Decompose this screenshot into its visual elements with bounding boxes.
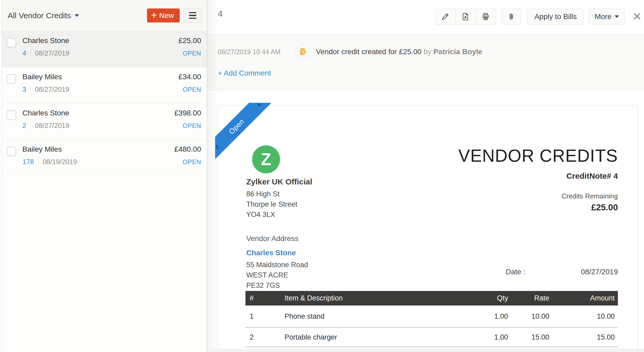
document-title: VENDOR CREDITS: [458, 146, 618, 166]
hamburger-icon: [189, 12, 196, 13]
horizontal-scrollbar-track[interactable]: [207, 349, 644, 352]
vendor-credits-sidebar: All Vendor Credits + New Charles Stone £…: [2, 0, 207, 352]
table-row: 2 Portable charger 1.00 15.00 15.00: [245, 328, 618, 347]
edit-icon: [441, 12, 450, 21]
table-header-row: # Item & Description Qty Rate Amount: [245, 291, 618, 305]
filter-dropdown[interactable]: All Vendor Credits: [8, 11, 79, 20]
pdf-icon: [461, 12, 470, 21]
row-checkbox[interactable]: [7, 38, 16, 48]
vendor-name-link[interactable]: Charles Stone: [246, 249, 308, 257]
credit-date: 08/19/2019: [42, 158, 77, 166]
credit-amount: £25.00: [178, 36, 201, 45]
credit-amount: £34.00: [178, 73, 201, 81]
page-title: 4: [218, 8, 223, 19]
company-address-block: Zylker UK Official 86 High St Thorpe le …: [246, 177, 312, 220]
document-date: 08/27/2019: [581, 268, 618, 276]
vendor-credit-event-icon: [295, 44, 311, 59]
credit-amount: £398.00: [174, 109, 201, 117]
credit-number-link[interactable]: 4: [22, 49, 26, 57]
attachment-icon: [507, 12, 516, 21]
chevron-down-icon: [615, 15, 619, 18]
credit-date: 08/27/2019: [35, 122, 69, 130]
apply-to-bills-button[interactable]: Apply to Bills: [527, 9, 584, 25]
new-button[interactable]: + New: [147, 8, 180, 22]
close-icon[interactable]: ✕: [632, 9, 642, 25]
timeline-timestamp: 08/27/2019 10:44 AM: [218, 48, 292, 56]
list-item[interactable]: Bailey Miles £480.00 178 08/19/2019 OPEN: [2, 140, 207, 176]
credit-note-number: CreditNote# 4: [566, 172, 618, 180]
row-checkbox[interactable]: [7, 110, 16, 120]
line-item-table: # Item & Description Qty Rate Amount 1 P…: [245, 291, 618, 347]
action-button-group: [435, 9, 496, 25]
vendor-name: Bailey Miles: [22, 145, 62, 154]
divider: [30, 86, 31, 94]
timeline-entry: 08/27/2019 10:44 AM: [218, 44, 633, 59]
divider: [30, 122, 31, 130]
sidebar-header: All Vendor Credits + New: [2, 0, 207, 31]
more-button[interactable]: More: [589, 9, 625, 25]
divider: [30, 49, 31, 57]
vendor-name: Charles Stone: [22, 36, 69, 45]
plus-icon: +: [151, 10, 157, 20]
print-button[interactable]: [476, 9, 496, 24]
detail-toolbar: Apply to Bills More ✕: [435, 9, 642, 25]
divider: [38, 158, 38, 166]
list-item[interactable]: Bailey Miles £34.00 3 08/27/2019 OPEN: [2, 67, 207, 104]
document-preview-area: Open Z Zylker UK Official 86 High St Tho…: [207, 91, 644, 352]
new-button-label: New: [159, 11, 174, 20]
pdf-button[interactable]: [456, 9, 476, 24]
vendor-name: Bailey Miles: [22, 73, 62, 81]
table-row: 1 Phone stand 1.00 10.00 10.00: [245, 305, 618, 328]
credit-amount: £480.00: [174, 145, 201, 154]
credits-remaining-amount: £25.00: [561, 202, 618, 212]
list-item[interactable]: Charles Stone £398.00 2 08/27/2019 OPEN: [2, 104, 207, 140]
vendor-name: Charles Stone: [22, 109, 69, 117]
credit-number-link[interactable]: 2: [22, 122, 26, 130]
vendor-credits-app: All Vendor Credits + New Charles Stone £…: [0, 0, 644, 352]
company-logo: Z: [252, 145, 280, 173]
credits-remaining-block: Credits Remaining £25.00: [561, 192, 618, 212]
filter-label: All Vendor Credits: [8, 11, 71, 20]
vendor-address-block: Vendor Address Charles Stone 55 Maidston…: [246, 234, 308, 291]
timeline-event-text: Vendor credit created for £25.00 by Patr…: [316, 48, 482, 56]
detail-header: 4: [207, 0, 644, 34]
event-actor: Patricia Boyle: [433, 48, 482, 56]
credit-number-link[interactable]: 3: [22, 85, 26, 94]
history-timeline: 08/27/2019 10:44 AM: [207, 34, 644, 90]
credit-detail-panel: 4: [207, 0, 644, 352]
credit-date: 08/27/2019: [35, 49, 69, 57]
status-badge: OPEN: [183, 86, 201, 93]
document-date-row: Date : 08/27/2019: [506, 268, 618, 276]
attachment-button[interactable]: [501, 9, 521, 25]
credit-date: 08/27/2019: [35, 85, 69, 94]
company-name: Zylker UK Official: [246, 177, 312, 186]
add-comment-link[interactable]: + Add Comment: [218, 69, 271, 77]
status-badge: OPEN: [183, 158, 201, 166]
print-icon: [481, 12, 490, 21]
credit-number-link[interactable]: 178: [22, 158, 34, 166]
event-description: Vendor credit created for £25.00: [316, 48, 422, 56]
edit-button[interactable]: [435, 9, 456, 24]
vendor-credit-document: Open Z Zylker UK Official 86 High St Tho…: [218, 106, 638, 352]
more-button-label: More: [595, 12, 612, 21]
row-checkbox[interactable]: [7, 74, 16, 84]
list-item[interactable]: Charles Stone £25.00 4 08/27/2019 OPEN: [2, 31, 207, 67]
chevron-down-icon: [75, 14, 79, 17]
row-checkbox[interactable]: [7, 147, 16, 156]
list-menu-button[interactable]: [184, 8, 202, 22]
status-badge: OPEN: [183, 50, 201, 57]
status-badge: OPEN: [183, 122, 201, 129]
